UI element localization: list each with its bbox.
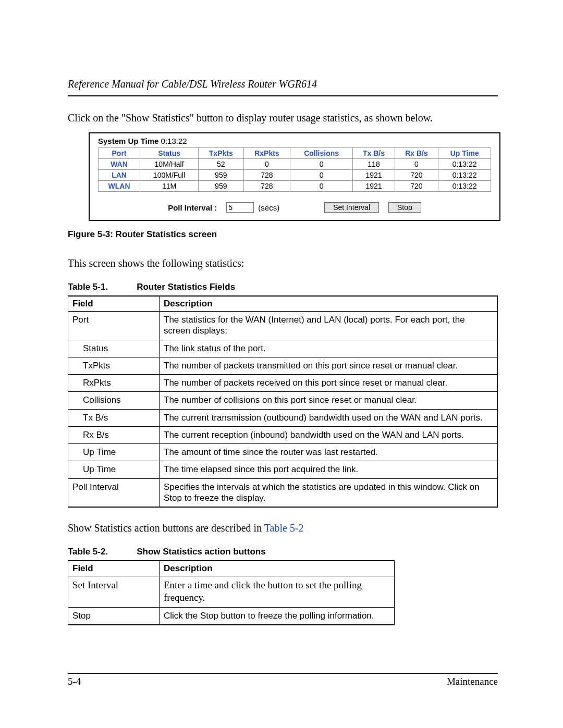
cell-txbs: 1921 [353,181,395,192]
cell-collisions: 0 [290,159,353,170]
t2-head-field: Field [68,561,160,576]
col-txpkts: TxPkts [198,148,243,159]
poll-controls: Poll Interval : (secs) Set Interval Stop [92,202,497,213]
col-collisions: Collisions [290,148,353,159]
cell-uptime: 0:13:22 [438,170,491,181]
field-cell: Tx B/s [68,409,160,426]
table-row: CollisionsThe number of collisions on th… [68,392,498,409]
field-cell: Status [68,340,160,357]
cell-txbs: 118 [353,159,395,170]
desc-cell: The number of collisions on this port si… [160,392,498,409]
field-cell: Port [68,312,160,340]
cell-txpkts: 52 [198,159,243,170]
table-5-1: Field Description PortThe statistics for… [68,295,498,508]
desc-cell: The time elapsed since this port acquire… [160,461,498,478]
cell-status: 10M/Half [140,159,198,170]
table-row: StopClick the Stop button to freeze the … [68,607,395,625]
uptime-label: System Up Time [98,137,158,145]
stats-row: WAN10M/Half520011800:13:22 [98,159,491,170]
table-row: Rx B/sThe current reception (inbound) ba… [68,426,498,443]
t1-head-field: Field [68,296,160,312]
cell-rxpkts: 0 [243,159,290,170]
set-interval-button[interactable]: Set Interval [324,202,379,213]
poll-interval-label: Poll Interval : [168,203,217,212]
cell-txpkts: 959 [198,170,243,181]
cell-rxbs: 720 [395,170,438,181]
cell-uptime: 0:13:22 [438,159,491,170]
desc-cell: Click the Stop button to freeze the poll… [160,607,395,625]
cell-txbs: 1921 [353,170,395,181]
stop-button[interactable]: Stop [388,202,421,213]
table-5-2-link[interactable]: Table 5-2 [264,522,304,534]
desc-cell: The number of packets transmitted on thi… [160,357,498,374]
cell-status: 11M [140,181,198,192]
page-number: 5-4 [68,676,81,687]
paragraph-2: This screen shows the following statisti… [68,256,498,270]
t1-head-desc: Description [160,296,498,312]
desc-cell: Specifies the intervals at which the sta… [160,478,498,507]
router-statistics-screenshot: System Up Time 0:13:22 Port Status TxPkt… [89,132,500,221]
stats-row: WLAN11M959728019217200:13:22 [98,181,491,192]
paragraph-3: Show Statistics action buttons are descr… [68,521,498,535]
system-up-time: System Up Time 0:13:22 [92,137,497,147]
field-cell: TxPkts [68,357,160,374]
table-row: Up TimeThe time elapsed since this port … [68,461,498,478]
section-name: Maintenance [447,676,498,687]
table-row: Set IntervalEnter a time and click the b… [68,576,395,608]
cell-uptime: 0:13:22 [438,181,491,192]
table-row: Tx B/sThe current transmission (outbound… [68,409,498,426]
cell-port: WLAN [98,181,140,192]
field-cell: Set Interval [68,576,160,608]
desc-cell: The statistics for the WAN (Internet) an… [160,312,498,340]
col-status: Status [140,148,198,159]
field-cell: RxPkts [68,375,160,392]
col-txbs: Tx B/s [353,148,395,159]
page-footer: 5-4 Maintenance [68,673,498,687]
cell-collisions: 0 [290,181,353,192]
figure-caption: Figure 5-3: Router Statistics screen [68,229,498,240]
cell-rxpkts: 728 [243,181,290,192]
desc-cell: The link status of the port. [160,340,498,357]
secs-label: (secs) [258,203,279,212]
field-cell: Up Time [68,444,160,461]
table-5-2: Field Description Set IntervalEnter a ti… [68,560,395,625]
table-row: TxPktsThe number of packets transmitted … [68,357,498,374]
table-row: PortThe statistics for the WAN (Internet… [68,312,498,340]
col-uptime: Up Time [438,148,491,159]
table-row: StatusThe link status of the port. [68,340,498,357]
poll-interval-input[interactable] [226,202,254,213]
col-rxbs: Rx B/s [395,148,438,159]
desc-cell: The current reception (inbound) bandwidt… [160,426,498,443]
col-port: Port [98,148,140,159]
field-cell: Stop [68,607,160,625]
field-cell: Up Time [68,461,160,478]
col-rxpkts: RxPkts [243,148,290,159]
desc-cell: The current transmission (outbound) band… [160,409,498,426]
t2-head-desc: Description [160,561,395,576]
table-row: Poll IntervalSpecifies the intervals at … [68,478,498,507]
cell-port: LAN [98,170,140,181]
cell-rxpkts: 728 [243,170,290,181]
stats-table: Port Status TxPkts RxPkts Collisions Tx … [98,147,492,192]
table-5-2-caption: Table 5-2.Show Statistics action buttons [68,547,498,557]
field-cell: Rx B/s [68,426,160,443]
stats-row: LAN100M/Full959728019217200:13:22 [98,170,491,181]
cell-rxbs: 0 [395,159,438,170]
field-cell: Collisions [68,392,160,409]
desc-cell: The number of packets received on this p… [160,375,498,392]
cell-port: WAN [98,159,140,170]
intro-paragraph: Click on the "Show Statistics" button to… [68,111,498,125]
desc-cell: The amount of time since the router was … [160,444,498,461]
table-row: RxPktsThe number of packets received on … [68,375,498,392]
uptime-value: 0:13:22 [161,137,187,145]
cell-txpkts: 959 [198,181,243,192]
cell-rxbs: 720 [395,181,438,192]
cell-status: 100M/Full [140,170,198,181]
field-cell: Poll Interval [68,478,160,507]
table-5-1-caption: Table 5-1.Router Statistics Fields [68,282,498,292]
cell-collisions: 0 [290,170,353,181]
table-row: Up TimeThe amount of time since the rout… [68,444,498,461]
running-head: Reference Manual for Cable/DSL Wireless … [68,78,498,96]
desc-cell: Enter a time and click the button to set… [160,576,395,608]
